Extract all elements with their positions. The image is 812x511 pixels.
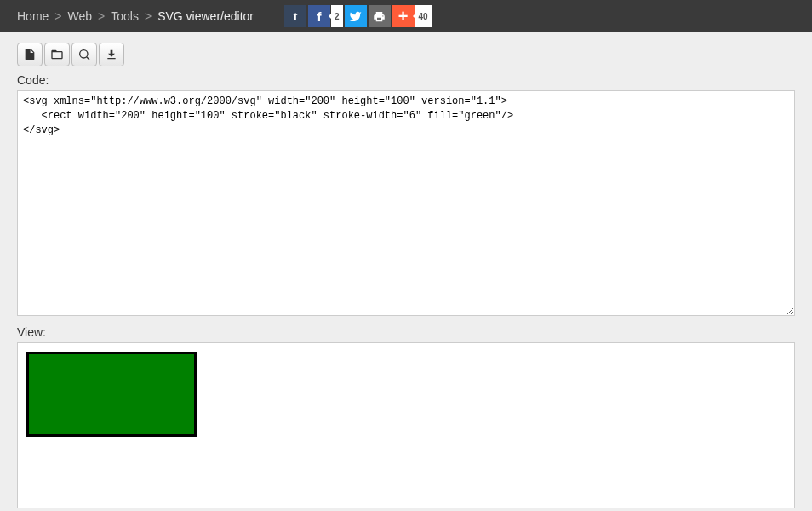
svg-point-0 bbox=[80, 50, 88, 58]
new-file-button[interactable] bbox=[17, 43, 43, 66]
breadcrumb-sep: > bbox=[98, 9, 105, 23]
breadcrumb-tools[interactable]: Tools bbox=[111, 9, 139, 23]
social-buttons: t f 2 + 40 bbox=[284, 5, 432, 27]
top-bar: Home > Web > Tools > SVG viewer/editor t… bbox=[0, 0, 812, 32]
breadcrumb: Home > Web > Tools > SVG viewer/editor bbox=[17, 9, 254, 23]
code-label: Code: bbox=[0, 73, 812, 90]
breadcrumb-web[interactable]: Web bbox=[68, 9, 93, 23]
share-count: 40 bbox=[415, 5, 432, 27]
svg-line-1 bbox=[87, 57, 89, 60]
breadcrumb-sep: > bbox=[54, 9, 61, 23]
facebook-share-button[interactable]: f bbox=[308, 5, 330, 27]
addthis-share-button[interactable]: + bbox=[392, 5, 415, 27]
svg-preview bbox=[26, 352, 786, 437]
breadcrumb-current: SVG viewer/editor bbox=[157, 9, 254, 23]
view-label: View: bbox=[0, 325, 812, 342]
open-file-button[interactable] bbox=[44, 43, 70, 66]
download-icon bbox=[105, 48, 118, 61]
tumblr-share-button[interactable]: t bbox=[284, 5, 306, 27]
tumblr-icon: t bbox=[293, 9, 297, 24]
facebook-count: 2 bbox=[331, 5, 343, 27]
view-panel bbox=[17, 342, 795, 508]
folder-open-icon bbox=[50, 48, 64, 61]
plus-icon: + bbox=[398, 8, 409, 25]
breadcrumb-sep: > bbox=[145, 9, 152, 23]
rendered-rect bbox=[26, 352, 197, 437]
facebook-icon: f bbox=[317, 9, 321, 24]
breadcrumb-home[interactable]: Home bbox=[17, 9, 49, 23]
twitter-icon bbox=[349, 10, 362, 23]
code-textarea[interactable] bbox=[17, 90, 795, 316]
zoom-button[interactable] bbox=[71, 43, 97, 66]
file-icon bbox=[23, 48, 37, 61]
twitter-share-button[interactable] bbox=[345, 5, 367, 27]
print-icon bbox=[373, 10, 386, 23]
print-button[interactable] bbox=[369, 5, 391, 27]
toolbar bbox=[0, 32, 812, 73]
rendered-svg bbox=[26, 352, 197, 437]
download-button[interactable] bbox=[99, 43, 124, 66]
magnifier-icon bbox=[77, 48, 91, 61]
